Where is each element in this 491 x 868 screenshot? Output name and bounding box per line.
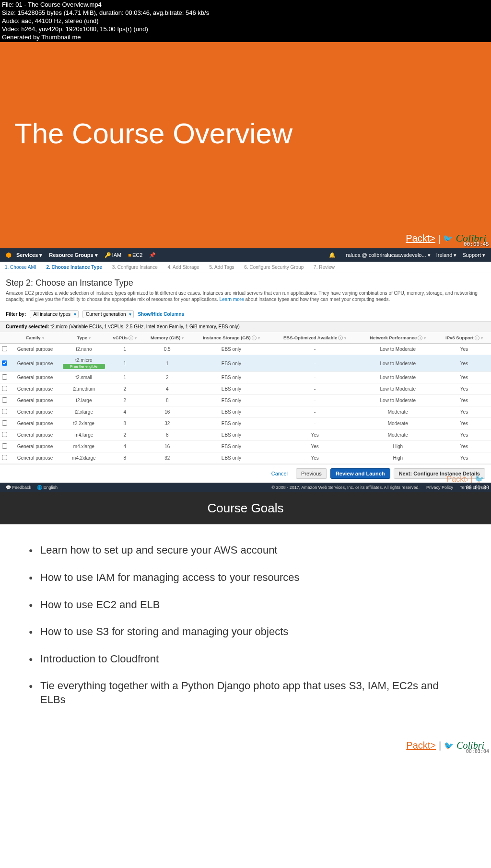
info-icon[interactable]: i	[475, 336, 479, 340]
step-choose-instance-type[interactable]: 2. Choose Instance Type	[46, 265, 102, 270]
info-icon[interactable]: i	[418, 336, 422, 340]
learn-more-link[interactable]: Learn more	[220, 297, 244, 302]
nav-iam[interactable]: 🔑IAM	[105, 252, 122, 258]
table-row[interactable]: General purpose m4.large 2 8 EBS only Ye…	[0, 429, 491, 441]
cell-memory: 32	[143, 452, 191, 464]
feedback-link[interactable]: 💬 Feedback	[6, 485, 31, 490]
info-icon[interactable]: i	[252, 336, 257, 340]
col-family[interactable]: Family▾	[9, 332, 61, 344]
nav-region[interactable]: Ireland ▾	[436, 252, 457, 258]
cell-ipv6: Yes	[437, 344, 491, 355]
colibri-icon: 🐦	[443, 234, 453, 243]
step-configure-instance[interactable]: 3. Configure Instance	[112, 265, 158, 270]
cell-ebs: -	[271, 355, 358, 372]
col-type[interactable]: Type▾	[61, 332, 107, 344]
col-memory[interactable]: Memory (GiB)▾	[143, 332, 191, 344]
col-vcpus[interactable]: vCPUsi▾	[107, 332, 143, 344]
row-checkbox[interactable]	[2, 443, 7, 449]
row-checkbox[interactable]	[2, 409, 7, 414]
goal-item: Learn how to set up and secure your AWS …	[29, 544, 462, 557]
step-add-tags[interactable]: 5. Add Tags	[209, 265, 234, 270]
cell-family: General purpose	[9, 383, 61, 395]
nav-services[interactable]: Services ▾	[16, 252, 42, 258]
previous-button[interactable]: Previous	[296, 468, 327, 479]
privacy-link[interactable]: Privacy Policy	[426, 485, 453, 490]
col-ebs[interactable]: EBS-Optimized Availablei▾	[271, 332, 358, 344]
row-checkbox[interactable]	[2, 455, 7, 460]
timestamp: 00:03:04	[466, 749, 489, 754]
table-row[interactable]: General purpose t2.xlarge 4 16 EBS only …	[0, 406, 491, 418]
copyright: © 2008 - 2017, Amazon Web Services, Inc.…	[272, 485, 420, 490]
bell-icon[interactable]: 🔔	[329, 252, 336, 258]
filter-generation[interactable]: Current generation	[82, 310, 134, 318]
step-choose-ami[interactable]: 1. Choose AMI	[5, 265, 36, 270]
cell-vcpus: 4	[107, 441, 143, 452]
nav-support[interactable]: Support ▾	[462, 252, 485, 258]
info-icon[interactable]: i	[129, 336, 133, 340]
meta-file: File: 01 - The Course Overview.mp4	[2, 1, 489, 9]
row-checkbox[interactable]	[2, 360, 7, 366]
row-checkbox[interactable]	[2, 397, 7, 403]
step-review[interactable]: 7. Review	[314, 265, 335, 270]
nav-user[interactable]: raluca @ colibriralucaawsdevelo... ▾	[346, 252, 431, 258]
cell-family: General purpose	[9, 441, 61, 452]
nav-pin-icon[interactable]: 📌	[149, 252, 156, 258]
cell-type: t2.microFree tier eligible	[61, 355, 107, 372]
cell-network: Low to Moderate	[359, 395, 437, 406]
goal-item: Tie everything together with a Python Dj…	[29, 679, 462, 706]
cell-ebs: -	[271, 372, 358, 383]
row-checkbox[interactable]	[2, 420, 7, 426]
row-checkbox[interactable]	[2, 386, 7, 391]
meta-audio: Audio: aac, 44100 Hz, stereo (und)	[2, 17, 489, 25]
cell-storage: EBS only	[191, 406, 271, 418]
table-row[interactable]: General purpose m4.xlarge 4 16 EBS only …	[0, 441, 491, 452]
row-checkbox[interactable]	[2, 374, 7, 380]
cell-ebs: Yes	[271, 441, 358, 452]
cell-family: General purpose	[9, 395, 61, 406]
col-network[interactable]: Network Performancei▾	[359, 332, 437, 344]
cell-memory: 16	[143, 441, 191, 452]
cell-family: General purpose	[9, 406, 61, 418]
meta-size: Size: 15428055 bytes (14.71 MiB), durati…	[2, 9, 489, 17]
col-ipv6[interactable]: IPv6 Supporti▾	[437, 332, 491, 344]
table-row[interactable]: General purpose t2.microFree tier eligib…	[0, 355, 491, 372]
cell-ebs: -	[271, 406, 358, 418]
nav-ec2[interactable]: ■EC2	[128, 252, 142, 258]
cell-memory: 32	[143, 418, 191, 429]
step-add-storage[interactable]: 4. Add Storage	[168, 265, 199, 270]
cell-ebs: -	[271, 383, 358, 395]
aws-logo-icon[interactable]: ⬢	[6, 251, 12, 259]
cell-storage: EBS only	[191, 418, 271, 429]
filter-instance-types[interactable]: All instance types	[30, 310, 79, 318]
review-launch-button[interactable]: Review and Launch	[330, 468, 390, 479]
cell-ebs: -	[271, 395, 358, 406]
goals-header: Course Goals	[0, 492, 491, 524]
cell-storage: EBS only	[191, 355, 271, 372]
nav-resource-groups[interactable]: Resource Groups ▾	[49, 252, 97, 258]
show-hide-columns[interactable]: Show/Hide Columns	[138, 312, 184, 317]
table-row[interactable]: General purpose t2.nano 1 0.5 EBS only -…	[0, 344, 491, 355]
goal-item: How to use IAM for managing access to yo…	[29, 571, 462, 585]
cell-storage: EBS only	[191, 452, 271, 464]
row-checkbox[interactable]	[2, 346, 7, 351]
table-row[interactable]: General purpose m4.2xlarge 8 32 EBS only…	[0, 452, 491, 464]
step-content: Step 2: Choose an Instance Type Amazon E…	[0, 273, 491, 307]
cell-vcpus: 1	[107, 355, 143, 372]
col-storage[interactable]: Instance Storage (GB)i▾	[191, 332, 271, 344]
cell-network: Moderate	[359, 429, 437, 441]
table-row[interactable]: General purpose t2.2xlarge 8 32 EBS only…	[0, 418, 491, 429]
cell-family: General purpose	[9, 418, 61, 429]
title-slide: The Course Overview Packt> | 🐦 Colibri 0…	[0, 42, 491, 248]
step-security-group[interactable]: 6. Configure Security Group	[244, 265, 304, 270]
cell-ipv6: Yes	[437, 406, 491, 418]
info-icon[interactable]: i	[338, 336, 343, 340]
ec2-icon: ■	[128, 252, 131, 258]
table-row[interactable]: General purpose t2.large 2 8 EBS only - …	[0, 395, 491, 406]
table-row[interactable]: General purpose t2.medium 2 4 EBS only -…	[0, 383, 491, 395]
step-description: Amazon EC2 provides a wide selection of …	[6, 290, 485, 302]
row-checkbox[interactable]	[2, 432, 7, 437]
cell-type: t2.nano	[61, 344, 107, 355]
cancel-button[interactable]: Cancel	[267, 469, 292, 478]
table-row[interactable]: General purpose t2.small 1 2 EBS only - …	[0, 372, 491, 383]
language-link[interactable]: 🌐 English	[37, 485, 58, 490]
